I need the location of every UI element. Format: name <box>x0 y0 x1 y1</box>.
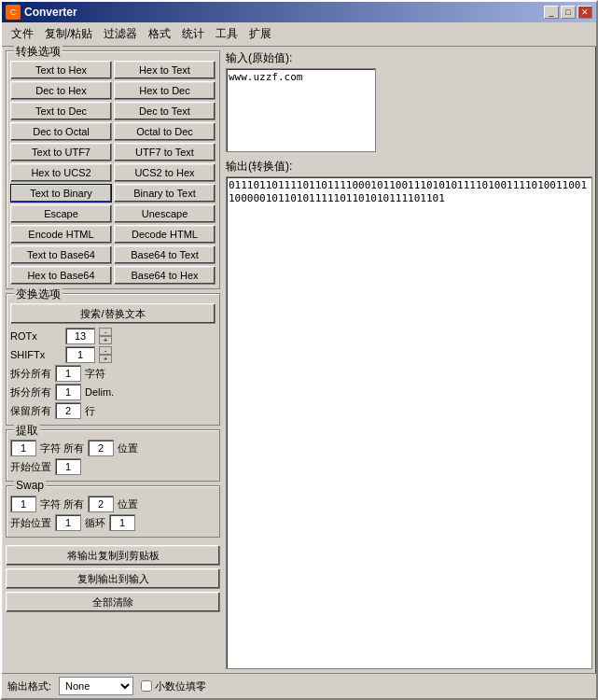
base64-to-text-btn[interactable]: Base64 to Text <box>114 245 216 264</box>
swap-pos-label: 位置 <box>118 497 138 511</box>
keep-all-label: 保留所有 <box>10 404 51 418</box>
text-to-dec-btn[interactable]: Text to Dec <box>10 102 112 120</box>
menu-copy-paste[interactable]: 复制/粘贴 <box>39 24 98 44</box>
convert-buttons-grid: Text to Hex Hex to Text Dec to Hex Hex t… <box>10 61 216 285</box>
title-bar-left: C Converter <box>6 5 77 20</box>
rotx-input[interactable] <box>65 328 95 344</box>
app-icon: C <box>6 5 21 20</box>
encode-html-btn[interactable]: Encode HTML <box>10 225 112 244</box>
search-replace-btn[interactable]: 搜索/替换文本 <box>10 303 216 324</box>
extra-options-content: 搜索/替换文本 ROTx - + SHIFTx - <box>10 303 216 419</box>
dec-to-hex-btn[interactable]: Dec to Hex <box>10 81 112 100</box>
output-label: 输出(转换值): <box>226 159 592 175</box>
split-all-input[interactable] <box>55 365 81 382</box>
minimize-button[interactable]: _ <box>544 6 559 19</box>
main-window: C Converter _ □ ✕ 文件 复制/粘贴 过滤器 格式 统计 工具 … <box>0 0 598 700</box>
utf7-to-text-btn[interactable]: UTF7 to Text <box>114 143 216 161</box>
menu-stats[interactable]: 统计 <box>176 24 210 44</box>
menu-filter[interactable]: 过滤器 <box>98 24 143 44</box>
maximize-button[interactable]: □ <box>561 6 576 19</box>
rotx-label: ROTx <box>10 330 62 342</box>
extract-char-input[interactable] <box>10 440 36 456</box>
extract-label: 提取 <box>14 423 40 439</box>
extract-pos-label: 位置 <box>118 441 138 455</box>
extract-content: 字符 所有 位置 开始位置 <box>10 440 216 475</box>
split-all2-input[interactable] <box>55 384 81 400</box>
hex-to-base64-btn[interactable]: Hex to Base64 <box>10 266 112 285</box>
rotx-inc-btn[interactable]: + <box>99 336 112 344</box>
action-buttons: 将输出复制到剪贴板 复制输出到输入 全部清除 <box>6 545 220 612</box>
unescape-btn[interactable]: Unescape <box>114 204 216 223</box>
shiftx-spinner: - + <box>99 346 112 363</box>
title-bar: C Converter _ □ ✕ <box>2 2 596 22</box>
output-format-select[interactable]: None Hex Base64 URL <box>59 677 133 695</box>
dec-to-octal-btn[interactable]: Dec to Octal <box>10 122 112 141</box>
text-to-utf7-btn[interactable]: Text to UTF7 <box>10 143 112 161</box>
title-buttons: _ □ ✕ <box>544 6 592 19</box>
split-all2-label: 拆分所有 <box>10 385 51 399</box>
close-button[interactable]: ✕ <box>577 6 592 19</box>
split-all-suffix: 字符 <box>85 367 105 381</box>
swap-char-input[interactable] <box>10 496 36 512</box>
swap-content: 字符 所有 位置 开始位置 循环 <box>10 496 216 531</box>
swap-loop-input[interactable] <box>109 514 135 531</box>
input-label: 输入(原始值): <box>226 50 592 66</box>
split-all2-suffix: Delim. <box>85 386 114 398</box>
menu-file[interactable]: 文件 <box>6 24 39 44</box>
menu-tools[interactable]: 工具 <box>210 24 243 44</box>
decode-html-btn[interactable]: Decode HTML <box>114 225 216 244</box>
copy-output-btn[interactable]: 将输出复制到剪贴板 <box>6 545 220 566</box>
clear-all-btn[interactable]: 全部清除 <box>6 592 220 612</box>
fill-zeros-label: 小数位填零 <box>155 679 206 693</box>
swap-char-label: 字符 所有 <box>40 497 84 511</box>
extract-group: 提取 字符 所有 位置 开始位置 <box>6 429 220 482</box>
text-to-hex-btn[interactable]: Text to Hex <box>10 61 112 79</box>
input-section: 输入(原始值): www.uzzf.com <box>226 50 592 155</box>
shiftx-label: SHIFTx <box>10 349 62 360</box>
output-format-label: 输出格式: <box>7 679 51 693</box>
text-to-base64-btn[interactable]: Text to Base64 <box>10 245 112 264</box>
convert-options-label: 转换选项 <box>14 44 63 60</box>
extract-start-input[interactable] <box>55 458 81 475</box>
swap-label: Swap <box>14 479 46 492</box>
rotx-dec-btn[interactable]: - <box>99 328 112 336</box>
base64-to-hex-btn[interactable]: Base64 to Hex <box>114 266 216 285</box>
left-panel: 转换选项 Text to Hex Hex to Text Dec to Hex … <box>6 50 220 669</box>
text-to-binary-btn[interactable]: Text to Binary <box>10 184 112 203</box>
keep-all-input[interactable] <box>55 402 81 419</box>
convert-options-group: 转换选项 Text to Hex Hex to Text Dec to Hex … <box>6 50 220 289</box>
input-textarea[interactable]: www.uzzf.com <box>226 68 376 152</box>
extract-pos-input[interactable] <box>88 440 114 456</box>
menu-extend[interactable]: 扩展 <box>243 24 277 44</box>
swap-start-input[interactable] <box>55 514 81 531</box>
extract-start-label: 开始位置 <box>10 460 51 474</box>
swap-pos-input[interactable] <box>88 496 114 512</box>
ucs2-to-hex-btn[interactable]: UCS2 to Hex <box>114 163 216 182</box>
shiftx-input[interactable] <box>65 346 95 363</box>
swap-group: Swap 字符 所有 位置 开始位置 循环 <box>6 485 220 538</box>
hex-to-dec-btn[interactable]: Hex to Dec <box>114 81 216 100</box>
fill-zeros-checkbox[interactable] <box>141 680 152 692</box>
shiftx-inc-btn[interactable]: + <box>99 355 112 363</box>
hex-to-text-btn[interactable]: Hex to Text <box>114 61 216 79</box>
swap-loop-label: 循环 <box>85 516 105 530</box>
window-title: Converter <box>24 6 77 19</box>
hex-to-ucs2-btn[interactable]: Hex to UCS2 <box>10 163 112 182</box>
right-panel: 输入(原始值): www.uzzf.com 输出(转换值): 011101101… <box>226 50 592 669</box>
extra-options-label: 变换选项 <box>14 287 63 302</box>
main-content: 转换选项 Text to Hex Hex to Text Dec to Hex … <box>2 47 596 673</box>
copy-to-input-btn[interactable]: 复制输出到输入 <box>6 568 220 589</box>
menu-format[interactable]: 格式 <box>143 24 176 44</box>
shiftx-dec-btn[interactable]: - <box>99 346 112 355</box>
octal-to-dec-btn[interactable]: Octal to Dec <box>114 122 216 141</box>
escape-btn[interactable]: Escape <box>10 204 112 223</box>
bottom-bar: 输出格式: None Hex Base64 URL 小数位填零 <box>2 673 596 698</box>
keep-all-suffix: 行 <box>85 404 95 418</box>
binary-to-text-btn[interactable]: Binary to Text <box>114 184 216 203</box>
dec-to-text-btn[interactable]: Dec to Text <box>114 102 216 120</box>
output-textarea[interactable]: 0111011011110110111100010110011101010111… <box>226 176 592 669</box>
extract-char-label: 字符 所有 <box>40 441 84 455</box>
extra-options-group: 变换选项 搜索/替换文本 ROTx - + SHIFTx <box>6 293 220 426</box>
fill-zeros-container: 小数位填零 <box>141 679 206 693</box>
rotx-spinner: - + <box>99 328 112 344</box>
